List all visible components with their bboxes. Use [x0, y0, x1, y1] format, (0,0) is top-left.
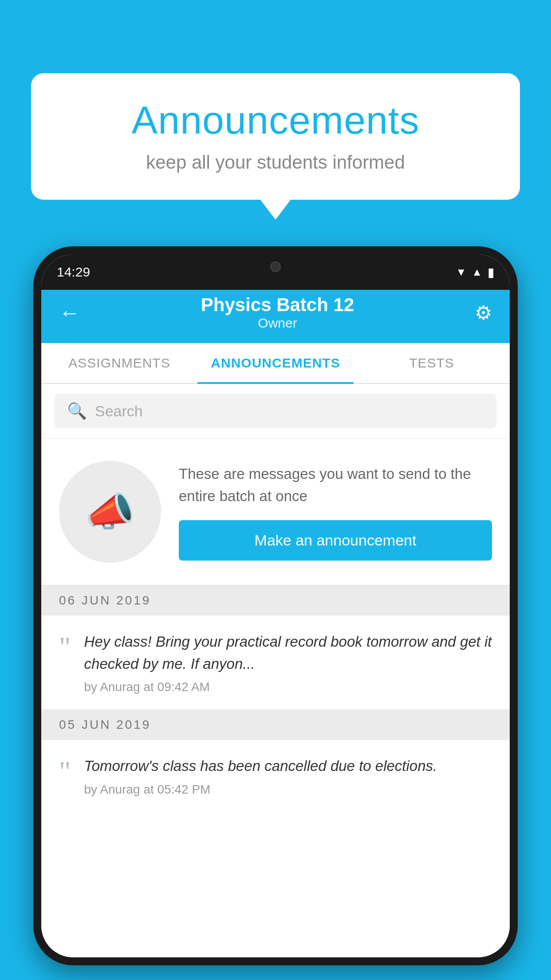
notch	[236, 254, 315, 279]
phone-mockup: 14:29 ← Physics Batch 12 Owner ⚙	[33, 246, 518, 980]
quote-icon-2: "	[59, 757, 71, 786]
announcement-message-2: Tomorrow's class has been cancelled due …	[84, 755, 437, 777]
battery-icon	[488, 265, 494, 280]
megaphone-icon: 📣	[85, 489, 135, 535]
tabs-bar: ASSIGNMENTS ANNOUNCEMENTS TESTS	[41, 343, 510, 384]
announcement-prompt: 📣 These are messages you want to send to…	[41, 439, 510, 585]
announcement-message-1: Hey class! Bring your practical record b…	[84, 631, 492, 675]
speech-bubble-subtitle: keep all your students informed	[62, 152, 489, 173]
announcement-text-block-1: Hey class! Bring your practical record b…	[84, 631, 492, 694]
settings-button[interactable]: ⚙	[475, 301, 492, 324]
app-bar-title: Physics Batch 12	[80, 294, 475, 316]
announcement-prompt-description: These are messages you want to send to t…	[179, 463, 492, 507]
search-icon: 🔍	[67, 402, 87, 420]
announcement-prompt-right: These are messages you want to send to t…	[179, 463, 492, 561]
search-placeholder-text: Search	[95, 403, 143, 420]
search-input-wrapper[interactable]: 🔍 Search	[55, 394, 496, 428]
tab-tests[interactable]: TESTS	[354, 343, 510, 383]
make-announcement-button[interactable]: Make an announcement	[179, 520, 492, 561]
speech-bubble-card: Announcements keep all your students inf…	[31, 73, 520, 200]
app-bar-subtitle: Owner	[80, 316, 475, 331]
scroll-content: 🔍 Search 📣 These are messages you want t…	[41, 384, 510, 957]
wifi-icon	[456, 266, 466, 278]
date-divider-1: 06 JUN 2019	[41, 585, 510, 616]
speech-bubble-section: Announcements keep all your students inf…	[31, 73, 520, 200]
megaphone-icon-circle: 📣	[59, 461, 161, 563]
quote-icon-1: "	[59, 633, 71, 662]
search-bar: 🔍 Search	[41, 384, 510, 439]
date-divider-2: 05 JUN 2019	[41, 710, 510, 740]
tab-announcements[interactable]: ANNOUNCEMENTS	[197, 343, 354, 383]
status-bar: 14:29	[41, 254, 510, 290]
phone-outer-frame: 14:29 ← Physics Batch 12 Owner ⚙	[33, 246, 518, 965]
announcement-text-block-2: Tomorrow's class has been cancelled due …	[84, 755, 437, 797]
status-time: 14:29	[57, 265, 90, 280]
tab-assignments[interactable]: ASSIGNMENTS	[41, 343, 197, 383]
announcement-by-1: by Anurag at 09:42 AM	[84, 680, 492, 694]
phone-screen: ← Physics Batch 12 Owner ⚙ ASSIGNMENTS A…	[41, 254, 510, 957]
announcement-by-2: by Anurag at 05:42 PM	[84, 782, 437, 797]
signal-icon	[472, 266, 482, 278]
speech-bubble-title: Announcements	[62, 98, 489, 143]
app-bar-center: Physics Batch 12 Owner	[80, 294, 475, 331]
announcement-item-1[interactable]: " Hey class! Bring your practical record…	[41, 616, 510, 710]
status-icons	[456, 265, 494, 280]
back-button[interactable]: ←	[59, 300, 80, 325]
front-camera	[270, 261, 281, 272]
announcement-item-2[interactable]: " Tomorrow's class has been cancelled du…	[41, 740, 510, 812]
